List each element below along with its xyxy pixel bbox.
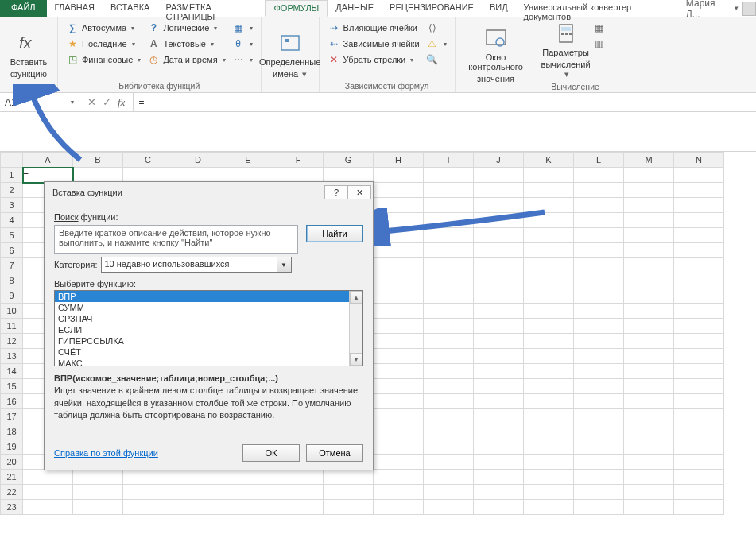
help-button[interactable]: ? xyxy=(324,185,348,199)
row-header[interactable]: 4 xyxy=(1,213,23,228)
cell[interactable] xyxy=(474,424,524,439)
cell[interactable] xyxy=(674,455,724,470)
column-header[interactable]: I xyxy=(424,153,474,168)
row-header[interactable]: 8 xyxy=(1,273,23,288)
defined-names-button[interactable]: Определенные имена ▾ xyxy=(266,19,314,90)
cell[interactable] xyxy=(524,349,574,364)
cell[interactable] xyxy=(524,258,574,273)
column-header[interactable]: B xyxy=(73,153,123,168)
cell[interactable] xyxy=(524,394,574,409)
cell[interactable] xyxy=(474,304,524,319)
cell[interactable] xyxy=(474,243,524,258)
cell[interactable] xyxy=(624,319,674,334)
cell[interactable] xyxy=(524,304,574,319)
cell[interactable] xyxy=(574,409,624,424)
cell[interactable] xyxy=(674,334,724,349)
cell[interactable] xyxy=(424,364,474,379)
cell[interactable] xyxy=(674,213,724,228)
cell[interactable] xyxy=(624,439,674,455)
cell[interactable] xyxy=(624,470,674,485)
column-header[interactable]: D xyxy=(173,153,223,168)
cell[interactable] xyxy=(624,168,674,183)
cell[interactable] xyxy=(23,485,73,500)
function-list-item[interactable]: ЕСЛИ xyxy=(55,324,349,335)
close-button[interactable]: ✕ xyxy=(347,185,371,199)
tab-insert[interactable]: ВСТАВКА xyxy=(103,0,157,17)
cell[interactable] xyxy=(624,349,674,364)
row-header[interactable]: 6 xyxy=(1,243,23,258)
row-header[interactable]: 5 xyxy=(1,228,23,243)
cell[interactable] xyxy=(474,394,524,409)
cell[interactable] xyxy=(424,470,474,485)
financial-button[interactable]: ◳Финансовые▾ xyxy=(64,52,142,67)
tab-review[interactable]: РЕЦЕНЗИРОВАНИЕ xyxy=(382,0,482,17)
recent-functions-button[interactable]: ★Последние▾ xyxy=(64,37,142,51)
date-time-button[interactable]: ◷Дата и время▾ xyxy=(145,52,227,67)
cell[interactable] xyxy=(73,485,123,500)
cell[interactable] xyxy=(173,168,223,183)
cell[interactable] xyxy=(524,273,574,288)
name-box[interactable]: A1 ▾ xyxy=(0,93,79,111)
cell[interactable] xyxy=(574,439,624,455)
function-list-item[interactable]: ВПР xyxy=(55,291,349,302)
fx-icon[interactable]: fx xyxy=(118,96,125,109)
category-combo[interactable]: 10 недавно использовавшихся ▼ xyxy=(101,257,292,273)
cell[interactable] xyxy=(474,334,524,349)
cell[interactable] xyxy=(574,455,624,470)
cell[interactable] xyxy=(674,243,724,258)
cell[interactable] xyxy=(424,349,474,364)
cell[interactable] xyxy=(424,439,474,455)
cell[interactable] xyxy=(374,304,424,319)
row-header[interactable]: 13 xyxy=(1,349,23,364)
cell[interactable] xyxy=(374,213,424,228)
cell[interactable] xyxy=(574,273,624,288)
cell[interactable] xyxy=(574,288,624,304)
cell[interactable] xyxy=(374,394,424,409)
cell[interactable] xyxy=(574,424,624,439)
cell[interactable] xyxy=(574,228,624,243)
scroll-up-icon[interactable]: ▲ xyxy=(350,291,362,304)
cell[interactable] xyxy=(524,198,574,213)
cell[interactable] xyxy=(23,470,73,485)
cell[interactable] xyxy=(574,334,624,349)
cell[interactable] xyxy=(624,213,674,228)
trace-dependents-button[interactable]: ⇠Зависимые ячейки xyxy=(326,37,421,51)
cell[interactable] xyxy=(474,470,524,485)
cell[interactable] xyxy=(123,470,173,485)
cell[interactable] xyxy=(424,213,474,228)
cell[interactable] xyxy=(474,273,524,288)
cell[interactable] xyxy=(374,334,424,349)
cell[interactable] xyxy=(424,198,474,213)
row-header[interactable]: 11 xyxy=(1,319,23,334)
cell[interactable] xyxy=(73,168,123,183)
cell[interactable] xyxy=(574,198,624,213)
cell[interactable] xyxy=(524,168,574,183)
cell[interactable] xyxy=(674,349,724,364)
text-button[interactable]: AТекстовые▾ xyxy=(145,37,227,51)
cell[interactable] xyxy=(374,485,424,500)
insert-function-button[interactable]: fx Вставить функцию xyxy=(5,19,52,90)
cell[interactable] xyxy=(624,485,674,500)
math-trig-button[interactable]: θ▾ xyxy=(231,37,254,51)
tab-home[interactable]: ГЛАВНАЯ xyxy=(47,0,103,17)
cell[interactable] xyxy=(524,409,574,424)
cell[interactable] xyxy=(324,500,374,515)
tab-data[interactable]: ДАННЫЕ xyxy=(328,0,382,17)
cell[interactable] xyxy=(524,379,574,394)
cell[interactable] xyxy=(374,424,424,439)
cell[interactable] xyxy=(674,168,724,183)
find-button[interactable]: Найти xyxy=(306,225,363,242)
cell[interactable] xyxy=(173,485,223,500)
tab-converter[interactable]: Универсальный конвертер документов xyxy=(516,0,680,17)
cell[interactable] xyxy=(524,455,574,470)
cell[interactable] xyxy=(674,258,724,273)
function-list-item[interactable]: СУММ xyxy=(55,302,349,313)
tab-formulas[interactable]: ФОРМУЛЫ xyxy=(265,0,328,17)
cell[interactable] xyxy=(424,424,474,439)
cell[interactable] xyxy=(474,319,524,334)
enter-icon[interactable]: ✓ xyxy=(103,96,111,108)
scrollbar[interactable]: ▲ ▼ xyxy=(349,291,362,366)
row-header[interactable]: 10 xyxy=(1,304,23,319)
row-header[interactable]: 21 xyxy=(1,470,23,485)
cell[interactable] xyxy=(574,394,624,409)
